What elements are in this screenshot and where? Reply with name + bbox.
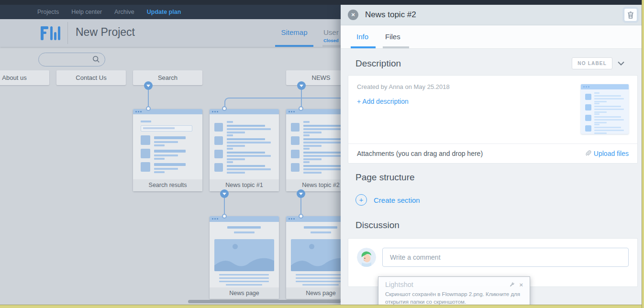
paperclip-icon [586, 150, 591, 157]
expand-children-dot[interactable] [297, 81, 306, 90]
lightshot-title: Lightshot [385, 281, 509, 288]
page-card-label: News topic #1 [210, 179, 279, 191]
tab-files[interactable]: Files [385, 33, 400, 41]
lightshot-message: Скриншот сохранён в Flowmapp 2.png. Клик… [385, 290, 525, 306]
trash-icon [627, 11, 634, 19]
page-structure-heading: Page structure [355, 172, 624, 183]
attachments-row: Attachments (you can drag and drop here)… [348, 143, 637, 163]
tab-files-underline [383, 46, 409, 48]
description-section-header: Description NO LABEL [355, 57, 624, 69]
notification-close-icon[interactable]: × [519, 281, 523, 288]
tab-sitemap[interactable]: Sitemap [275, 28, 313, 36]
window-top-edge [0, 0, 644, 5]
tab-sitemap-underline [275, 45, 313, 47]
page-card-search[interactable]: Search [133, 70, 202, 85]
connector-branch-line [224, 98, 343, 110]
discussion-heading: Discussion [355, 220, 624, 231]
add-description-link[interactable]: + Add description [357, 98, 409, 105]
description-card: Created by Anna on May 25.2018 + Add des… [348, 75, 638, 164]
expand-children-dot[interactable] [220, 189, 229, 198]
page-preview-thumbnail [581, 84, 629, 134]
connector-line [148, 89, 149, 107]
browser-chrome-bar [210, 216, 279, 222]
sitemap-search-input[interactable] [38, 53, 105, 66]
project-title: New Project [76, 26, 135, 39]
wireframe-preview [210, 114, 279, 179]
page-card-search-results[interactable]: Search results [133, 109, 202, 191]
node-anchor [299, 106, 303, 111]
wireframe-preview [133, 114, 202, 179]
create-section-button[interactable]: + Create section [355, 194, 642, 206]
tab-info[interactable]: Info [356, 33, 368, 41]
wireframe-preview [210, 222, 279, 287]
comment-input[interactable] [382, 248, 629, 267]
panel-title: News topic #2 [365, 10, 416, 20]
tab-userflow-underline [322, 45, 341, 47]
browser-chrome-bar [210, 109, 279, 114]
tab-info-underline [351, 46, 376, 48]
page-structure-section-header: Page structure [355, 172, 624, 183]
label-badge[interactable]: NO LABEL [572, 57, 612, 69]
connector-line [224, 198, 225, 214]
app-screen: Projects Help center Archive Update plan… [0, 0, 644, 308]
node-anchor [222, 214, 227, 219]
node-anchor [146, 106, 151, 111]
flowmapp-logo-icon[interactable] [41, 26, 60, 40]
page-card-label: News page [210, 287, 279, 299]
node-anchor [299, 214, 303, 219]
search-icon [92, 55, 100, 63]
page-card-news-page-1[interactable]: News page [210, 216, 279, 299]
page-detail-panel: × News topic #2 Info Files Description N… [341, 5, 642, 308]
header-divider [67, 22, 68, 44]
panel-header: × News topic #2 [341, 5, 642, 25]
horizontal-scrollbar-thumb[interactable] [188, 300, 341, 303]
user-avatar [357, 248, 376, 267]
nav-help-center[interactable]: Help center [71, 9, 102, 15]
capture-border-bottom [0, 305, 644, 308]
connector-line [300, 198, 301, 214]
chevron-down-icon[interactable] [618, 61, 624, 66]
expand-children-dot[interactable] [144, 81, 153, 90]
upload-files-link[interactable]: Upload files [586, 150, 629, 157]
nav-archive[interactable]: Archive [114, 9, 134, 15]
lightshot-notification[interactable]: Lightshot × Скриншот сохранён в Flowmapp… [378, 276, 530, 308]
page-card-news-topic-1[interactable]: News topic #1 [210, 109, 279, 191]
description-heading: Description [355, 58, 572, 69]
wrench-icon[interactable] [509, 282, 515, 287]
page-card-contact-us[interactable]: Contact Us [56, 70, 126, 85]
attachments-label: Attachments (you can drag and drop here) [357, 150, 483, 157]
page-card-about-us[interactable]: About us [0, 70, 49, 85]
nav-update-plan[interactable]: Update plan [147, 9, 181, 15]
page-card-label: Search results [133, 179, 202, 191]
capture-border-right [642, 0, 644, 308]
nav-projects[interactable]: Projects [37, 9, 59, 15]
browser-chrome-bar [133, 109, 202, 114]
plus-icon: + [355, 194, 367, 206]
expand-children-dot[interactable] [297, 189, 305, 198]
delete-page-button[interactable] [624, 8, 637, 22]
tab-userflow[interactable]: User [323, 28, 339, 36]
node-anchor [222, 106, 227, 111]
close-icon[interactable]: × [348, 10, 358, 20]
discussion-section-header: Discussion [355, 220, 624, 231]
panel-tabs: Info Files [341, 25, 642, 49]
tab-userflow-status: Closed [323, 38, 339, 43]
